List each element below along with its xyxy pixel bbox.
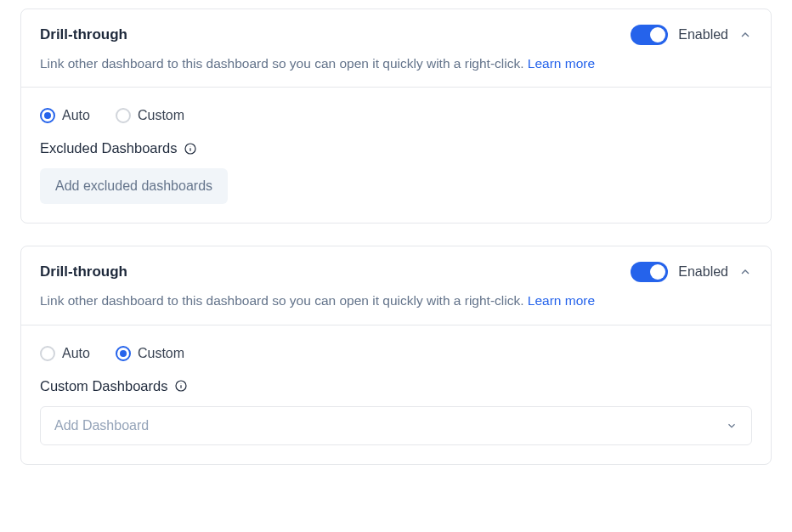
card-header: Drill-through Enabled Link other dashboa… xyxy=(21,246,771,325)
collapse-chevron[interactable] xyxy=(738,265,752,279)
info-icon xyxy=(184,142,197,156)
learn-more-link[interactable]: Learn more xyxy=(528,56,595,71)
enabled-toggle[interactable] xyxy=(631,25,668,45)
custom-dashboards-label: Custom Dashboards xyxy=(40,378,167,394)
excluded-dashboards-label: Excluded Dashboards xyxy=(40,140,177,156)
radio-label-custom: Custom xyxy=(138,108,184,123)
toggle-knob xyxy=(650,27,665,42)
mode-radio-group: Auto Custom xyxy=(40,346,752,361)
section-label-row: Excluded Dashboards xyxy=(40,140,752,156)
toggle-label: Enabled xyxy=(678,27,728,42)
card-title: Drill-through xyxy=(40,263,127,280)
radio-dot-icon xyxy=(120,350,127,357)
radio-option-auto[interactable]: Auto xyxy=(40,346,90,361)
enabled-toggle[interactable] xyxy=(631,262,668,282)
collapse-chevron[interactable] xyxy=(738,28,752,42)
info-icon xyxy=(174,379,188,393)
radio-circle xyxy=(40,108,55,123)
add-excluded-dashboards-button[interactable]: Add excluded dashboards xyxy=(40,168,228,204)
card-body: Auto Custom Excluded Dashboards Add excl… xyxy=(21,88,771,223)
radio-circle xyxy=(40,346,55,361)
toggle-label: Enabled xyxy=(678,264,728,280)
chevron-up-icon xyxy=(738,265,752,279)
card-header: Drill-through Enabled Link other dashboa… xyxy=(21,9,771,88)
card-description: Link other dashboard to this dashboard s… xyxy=(40,291,752,310)
add-dashboard-select[interactable]: Add Dashboard xyxy=(40,406,752,445)
radio-dot-icon xyxy=(44,112,51,119)
description-text: Link other dashboard to this dashboard s… xyxy=(40,293,528,308)
radio-option-custom[interactable]: Custom xyxy=(116,108,184,123)
header-controls: Enabled xyxy=(631,25,752,45)
header-row: Drill-through Enabled xyxy=(40,262,752,282)
toggle-knob xyxy=(650,264,665,280)
card-body: Auto Custom Custom Dashboards Add Dashbo… xyxy=(21,325,771,464)
radio-option-auto[interactable]: Auto xyxy=(40,108,90,123)
section-label-row: Custom Dashboards xyxy=(40,378,752,394)
select-placeholder: Add Dashboard xyxy=(54,418,149,433)
drill-through-card-custom: Drill-through Enabled Link other dashboa… xyxy=(20,246,772,464)
card-description: Link other dashboard to this dashboard s… xyxy=(40,54,752,73)
radio-label-auto: Auto xyxy=(62,108,90,123)
info-tooltip-trigger[interactable] xyxy=(184,142,197,156)
description-text: Link other dashboard to this dashboard s… xyxy=(40,56,528,71)
radio-label-custom: Custom xyxy=(138,346,184,361)
header-controls: Enabled xyxy=(631,262,752,282)
chevron-up-icon xyxy=(738,28,752,42)
drill-through-card-auto: Drill-through Enabled Link other dashboa… xyxy=(20,8,772,224)
radio-circle xyxy=(116,346,131,361)
learn-more-link[interactable]: Learn more xyxy=(528,293,595,308)
chevron-down-icon xyxy=(726,420,738,432)
radio-label-auto: Auto xyxy=(62,346,90,361)
mode-radio-group: Auto Custom xyxy=(40,108,752,123)
card-title: Drill-through xyxy=(40,26,127,43)
radio-circle xyxy=(116,108,131,123)
radio-option-custom[interactable]: Custom xyxy=(116,346,184,361)
header-row: Drill-through Enabled xyxy=(40,25,752,45)
info-tooltip-trigger[interactable] xyxy=(174,379,188,393)
